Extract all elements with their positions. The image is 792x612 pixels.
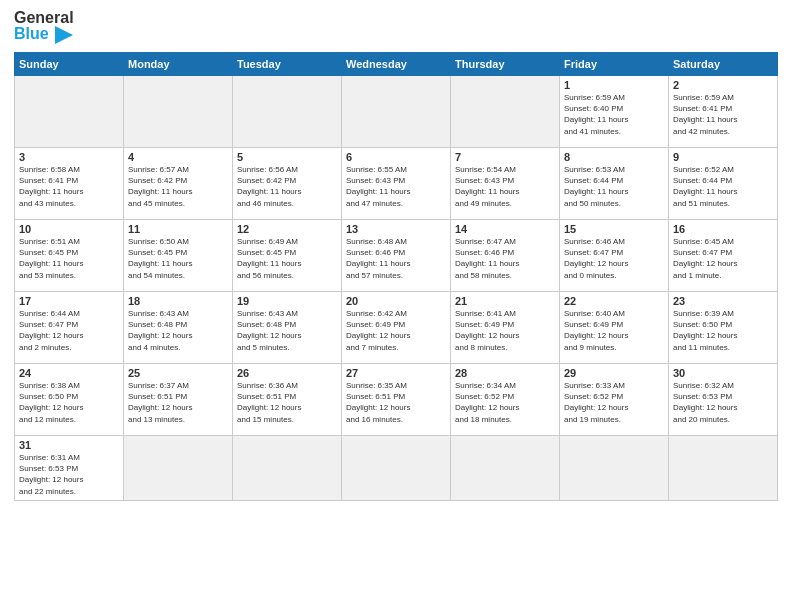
calendar-day-cell: 17Sunrise: 6:44 AM Sunset: 6:47 PM Dayli… xyxy=(15,292,124,364)
day-info: Sunrise: 6:38 AM Sunset: 6:50 PM Dayligh… xyxy=(19,380,119,425)
calendar-day-cell: 14Sunrise: 6:47 AM Sunset: 6:46 PM Dayli… xyxy=(451,220,560,292)
day-number: 21 xyxy=(455,295,555,307)
calendar-day-cell xyxy=(669,436,778,501)
day-info: Sunrise: 6:32 AM Sunset: 6:53 PM Dayligh… xyxy=(673,380,773,425)
calendar-day-cell: 25Sunrise: 6:37 AM Sunset: 6:51 PM Dayli… xyxy=(124,364,233,436)
calendar-day-cell: 19Sunrise: 6:43 AM Sunset: 6:48 PM Dayli… xyxy=(233,292,342,364)
day-number: 24 xyxy=(19,367,119,379)
calendar-week-row: 3Sunrise: 6:58 AM Sunset: 6:41 PM Daylig… xyxy=(15,148,778,220)
logo-blue-text: Blue xyxy=(14,25,49,42)
day-number: 28 xyxy=(455,367,555,379)
calendar-week-row: 1Sunrise: 6:59 AM Sunset: 6:40 PM Daylig… xyxy=(15,76,778,148)
day-number: 16 xyxy=(673,223,773,235)
calendar-day-cell: 22Sunrise: 6:40 AM Sunset: 6:49 PM Dayli… xyxy=(560,292,669,364)
calendar-day-cell: 8Sunrise: 6:53 AM Sunset: 6:44 PM Daylig… xyxy=(560,148,669,220)
day-info: Sunrise: 6:39 AM Sunset: 6:50 PM Dayligh… xyxy=(673,308,773,353)
calendar-day-cell: 26Sunrise: 6:36 AM Sunset: 6:51 PM Dayli… xyxy=(233,364,342,436)
logo-container: General Blue xyxy=(14,10,74,44)
calendar-week-row: 24Sunrise: 6:38 AM Sunset: 6:50 PM Dayli… xyxy=(15,364,778,436)
day-number: 17 xyxy=(19,295,119,307)
day-info: Sunrise: 6:37 AM Sunset: 6:51 PM Dayligh… xyxy=(128,380,228,425)
day-of-week-header: Thursday xyxy=(451,53,560,76)
day-info: Sunrise: 6:41 AM Sunset: 6:49 PM Dayligh… xyxy=(455,308,555,353)
calendar-day-cell xyxy=(342,436,451,501)
calendar-day-cell: 13Sunrise: 6:48 AM Sunset: 6:46 PM Dayli… xyxy=(342,220,451,292)
day-info: Sunrise: 6:58 AM Sunset: 6:41 PM Dayligh… xyxy=(19,164,119,209)
calendar-day-cell xyxy=(15,76,124,148)
day-number: 31 xyxy=(19,439,119,451)
calendar-day-cell: 2Sunrise: 6:59 AM Sunset: 6:41 PM Daylig… xyxy=(669,76,778,148)
header: General Blue xyxy=(14,10,778,44)
day-number: 15 xyxy=(564,223,664,235)
day-info: Sunrise: 6:59 AM Sunset: 6:40 PM Dayligh… xyxy=(564,92,664,137)
day-info: Sunrise: 6:59 AM Sunset: 6:41 PM Dayligh… xyxy=(673,92,773,137)
day-info: Sunrise: 6:35 AM Sunset: 6:51 PM Dayligh… xyxy=(346,380,446,425)
day-number: 10 xyxy=(19,223,119,235)
day-info: Sunrise: 6:42 AM Sunset: 6:49 PM Dayligh… xyxy=(346,308,446,353)
day-info: Sunrise: 6:46 AM Sunset: 6:47 PM Dayligh… xyxy=(564,236,664,281)
day-number: 14 xyxy=(455,223,555,235)
day-number: 23 xyxy=(673,295,773,307)
day-number: 3 xyxy=(19,151,119,163)
day-header-row: SundayMondayTuesdayWednesdayThursdayFrid… xyxy=(15,53,778,76)
day-info: Sunrise: 6:44 AM Sunset: 6:47 PM Dayligh… xyxy=(19,308,119,353)
day-info: Sunrise: 6:31 AM Sunset: 6:53 PM Dayligh… xyxy=(19,452,119,497)
day-number: 9 xyxy=(673,151,773,163)
day-info: Sunrise: 6:33 AM Sunset: 6:52 PM Dayligh… xyxy=(564,380,664,425)
day-info: Sunrise: 6:45 AM Sunset: 6:47 PM Dayligh… xyxy=(673,236,773,281)
day-number: 6 xyxy=(346,151,446,163)
day-info: Sunrise: 6:56 AM Sunset: 6:42 PM Dayligh… xyxy=(237,164,337,209)
calendar-day-cell: 30Sunrise: 6:32 AM Sunset: 6:53 PM Dayli… xyxy=(669,364,778,436)
calendar-day-cell: 21Sunrise: 6:41 AM Sunset: 6:49 PM Dayli… xyxy=(451,292,560,364)
day-number: 22 xyxy=(564,295,664,307)
day-number: 25 xyxy=(128,367,228,379)
calendar-day-cell xyxy=(451,436,560,501)
day-number: 13 xyxy=(346,223,446,235)
day-info: Sunrise: 6:54 AM Sunset: 6:43 PM Dayligh… xyxy=(455,164,555,209)
calendar-day-cell: 28Sunrise: 6:34 AM Sunset: 6:52 PM Dayli… xyxy=(451,364,560,436)
day-of-week-header: Saturday xyxy=(669,53,778,76)
day-info: Sunrise: 6:50 AM Sunset: 6:45 PM Dayligh… xyxy=(128,236,228,281)
day-number: 27 xyxy=(346,367,446,379)
day-number: 5 xyxy=(237,151,337,163)
day-info: Sunrise: 6:48 AM Sunset: 6:46 PM Dayligh… xyxy=(346,236,446,281)
logo-triangle-icon xyxy=(55,26,73,44)
day-info: Sunrise: 6:57 AM Sunset: 6:42 PM Dayligh… xyxy=(128,164,228,209)
page: General Blue SundayMondayTuesdayWednesda… xyxy=(0,0,792,612)
calendar-day-cell: 4Sunrise: 6:57 AM Sunset: 6:42 PM Daylig… xyxy=(124,148,233,220)
calendar-day-cell xyxy=(124,76,233,148)
calendar-day-cell: 29Sunrise: 6:33 AM Sunset: 6:52 PM Dayli… xyxy=(560,364,669,436)
day-info: Sunrise: 6:36 AM Sunset: 6:51 PM Dayligh… xyxy=(237,380,337,425)
day-info: Sunrise: 6:55 AM Sunset: 6:43 PM Dayligh… xyxy=(346,164,446,209)
day-number: 2 xyxy=(673,79,773,91)
day-info: Sunrise: 6:34 AM Sunset: 6:52 PM Dayligh… xyxy=(455,380,555,425)
day-info: Sunrise: 6:49 AM Sunset: 6:45 PM Dayligh… xyxy=(237,236,337,281)
day-info: Sunrise: 6:43 AM Sunset: 6:48 PM Dayligh… xyxy=(237,308,337,353)
day-number: 1 xyxy=(564,79,664,91)
calendar-day-cell: 9Sunrise: 6:52 AM Sunset: 6:44 PM Daylig… xyxy=(669,148,778,220)
day-of-week-header: Tuesday xyxy=(233,53,342,76)
calendar-day-cell: 7Sunrise: 6:54 AM Sunset: 6:43 PM Daylig… xyxy=(451,148,560,220)
day-number: 11 xyxy=(128,223,228,235)
day-number: 29 xyxy=(564,367,664,379)
calendar-day-cell: 11Sunrise: 6:50 AM Sunset: 6:45 PM Dayli… xyxy=(124,220,233,292)
calendar-day-cell xyxy=(560,436,669,501)
day-info: Sunrise: 6:43 AM Sunset: 6:48 PM Dayligh… xyxy=(128,308,228,353)
logo: General Blue xyxy=(14,10,74,44)
day-number: 12 xyxy=(237,223,337,235)
day-info: Sunrise: 6:47 AM Sunset: 6:46 PM Dayligh… xyxy=(455,236,555,281)
day-number: 18 xyxy=(128,295,228,307)
day-info: Sunrise: 6:53 AM Sunset: 6:44 PM Dayligh… xyxy=(564,164,664,209)
logo-general-text: General xyxy=(14,9,74,26)
calendar-week-row: 17Sunrise: 6:44 AM Sunset: 6:47 PM Dayli… xyxy=(15,292,778,364)
calendar-day-cell: 24Sunrise: 6:38 AM Sunset: 6:50 PM Dayli… xyxy=(15,364,124,436)
calendar-day-cell xyxy=(233,436,342,501)
calendar-day-cell xyxy=(451,76,560,148)
day-number: 8 xyxy=(564,151,664,163)
day-number: 30 xyxy=(673,367,773,379)
calendar-day-cell: 16Sunrise: 6:45 AM Sunset: 6:47 PM Dayli… xyxy=(669,220,778,292)
day-number: 19 xyxy=(237,295,337,307)
day-number: 26 xyxy=(237,367,337,379)
calendar-day-cell: 20Sunrise: 6:42 AM Sunset: 6:49 PM Dayli… xyxy=(342,292,451,364)
day-number: 20 xyxy=(346,295,446,307)
